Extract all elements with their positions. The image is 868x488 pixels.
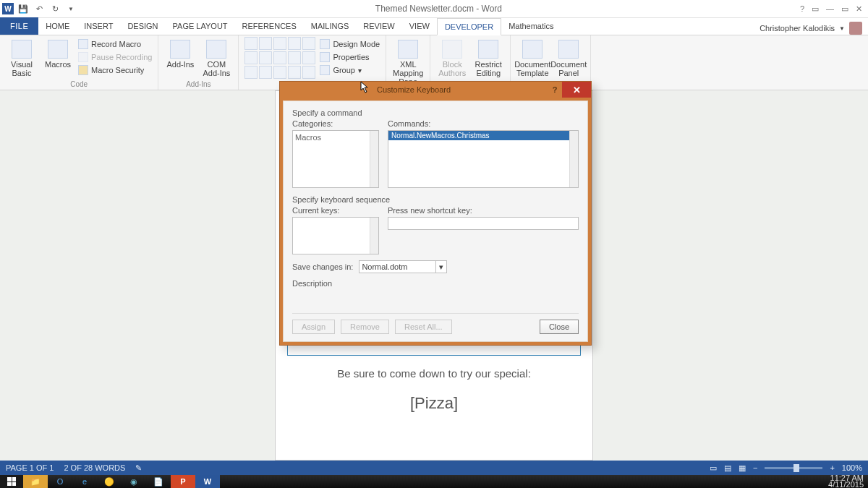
zoom-slider[interactable]: [765, 467, 822, 469]
reset-all-button: Reset All...: [395, 320, 452, 334]
close-icon[interactable]: ✕: [856, 4, 862, 14]
current-keys-label: Current keys:: [292, 206, 379, 215]
macros-button[interactable]: Macros: [42, 37, 74, 77]
close-button[interactable]: Close: [540, 320, 579, 334]
tab-developer[interactable]: DEVELOPER: [437, 18, 501, 35]
word-count[interactable]: 2 OF 28 WORDS: [64, 463, 125, 472]
zoom-in-icon[interactable]: +: [830, 463, 834, 472]
view-web-icon[interactable]: ▦: [739, 463, 746, 473]
scrollbar[interactable]: [370, 131, 378, 187]
task-ppt-icon[interactable]: P: [171, 475, 195, 488]
body-text-2[interactable]: [Pizza]: [276, 394, 592, 413]
task-chrome-icon[interactable]: 🟡: [97, 475, 122, 488]
remove-button: Remove: [341, 320, 389, 334]
redo-icon[interactable]: ↻: [48, 2, 61, 15]
system-clock[interactable]: 11:27 AM 4/11/2015: [828, 475, 868, 488]
chevron-down-icon[interactable]: ▾: [435, 261, 446, 273]
save-changes-dropdown[interactable]: Normal.dotm ▾: [359, 260, 447, 273]
tab-review[interactable]: REVIEW: [356, 17, 401, 35]
tab-insert[interactable]: INSERT: [77, 17, 120, 35]
dialog-close-icon[interactable]: ✕: [562, 82, 591, 98]
design-mode-button[interactable]: Design Mode: [320, 38, 380, 50]
commands-listbox[interactable]: Normal.NewMacros.Christmas: [388, 130, 579, 188]
macro-security-button[interactable]: Macro Security: [78, 64, 152, 76]
save-changes-value: Normal.dotm: [362, 262, 407, 271]
xml-mapping-button[interactable]: XML Mapping Pane: [392, 37, 424, 86]
scrollbar[interactable]: [370, 218, 378, 254]
taskbar: 📁 O e 🟡 ◉ 📄 P W 11:27 AM 4/11/2015: [0, 475, 868, 488]
tab-mailings[interactable]: MAILINGS: [304, 17, 357, 35]
undo-icon[interactable]: ↶: [33, 2, 46, 15]
system-date: 4/11/2015: [828, 481, 864, 488]
task-ie-icon[interactable]: e: [72, 475, 97, 488]
dialog-help-icon[interactable]: ?: [548, 85, 562, 94]
tab-page-layout[interactable]: PAGE LAYOUT: [166, 17, 235, 35]
visual-basic-button[interactable]: Visual Basic: [6, 37, 38, 77]
zoom-level[interactable]: 100%: [842, 463, 862, 472]
shortcut-key-input[interactable]: [388, 217, 579, 230]
assign-button: Assign: [292, 320, 335, 334]
page-indicator[interactable]: PAGE 1 OF 1: [6, 463, 54, 472]
user-area[interactable]: Christopher Kalodikis ▼: [760, 22, 868, 35]
maximize-icon[interactable]: ▭: [841, 4, 848, 14]
window-title: Themed Newsletter.docm - Word: [77, 4, 800, 14]
task-notepad-icon[interactable]: 📄: [146, 475, 171, 488]
ribbon-options-icon[interactable]: ▭: [812, 4, 819, 14]
group-button[interactable]: Group ▾: [320, 64, 380, 76]
categories-listbox[interactable]: Macros: [292, 130, 379, 188]
document-panel-button[interactable]: Document Panel: [553, 37, 584, 77]
restrict-editing-button[interactable]: Restrict Editing: [472, 37, 504, 77]
group-label-addins: Add-Ins: [164, 80, 232, 90]
save-icon[interactable]: 💾: [17, 2, 30, 15]
start-button[interactable]: [0, 475, 23, 488]
tab-view[interactable]: VIEW: [402, 17, 437, 35]
command-selected[interactable]: Normal.NewMacros.Christmas: [388, 131, 578, 140]
description-label: Description: [292, 279, 579, 288]
block-authors-button: Block Authors: [436, 37, 468, 77]
addins-button[interactable]: Add-Ins: [164, 37, 196, 77]
proofing-icon[interactable]: ✎: [135, 463, 142, 473]
tab-references[interactable]: REFERENCES: [235, 17, 304, 35]
view-print-icon[interactable]: ▤: [724, 463, 731, 473]
task-explorer-icon[interactable]: 📁: [23, 475, 48, 488]
scrollbar[interactable]: [569, 131, 578, 187]
avatar[interactable]: [849, 22, 862, 35]
press-new-label: Press new shortcut key:: [388, 206, 579, 215]
document-template-button[interactable]: Document Template: [516, 37, 548, 77]
dialog-titlebar[interactable]: Customize Keyboard ? ✕: [280, 82, 591, 98]
dialog-title: Customize Keyboard: [280, 85, 548, 94]
dialog-body: Specify a command Categories: Macros Com…: [283, 100, 588, 342]
task-outlook-icon[interactable]: O: [48, 475, 72, 488]
current-keys-listbox[interactable]: [292, 217, 379, 254]
ribbon-group-code: Visual Basic Macros Record Macro Pause R…: [0, 35, 158, 90]
word-icon: W: [2, 3, 14, 14]
window-controls: ? ▭ — ▭ ✕: [800, 4, 868, 14]
categories-label: Categories:: [292, 119, 379, 128]
tab-home[interactable]: HOME: [38, 17, 77, 35]
ribbon-group-addins: Add-Ins COM Add-Ins Add-Ins: [158, 35, 239, 90]
record-macro-button[interactable]: Record Macro: [78, 38, 152, 50]
properties-button[interactable]: Properties: [320, 51, 380, 63]
commands-label: Commands:: [388, 119, 579, 128]
user-dropdown-icon[interactable]: ▼: [839, 25, 845, 32]
file-tab[interactable]: FILE: [0, 17, 38, 35]
ribbon-tabs: FILE HOME INSERT DESIGN PAGE LAYOUT REFE…: [0, 18, 868, 35]
customize-keyboard-dialog: Customize Keyboard ? ✕ Specify a command…: [279, 81, 592, 346]
task-camtasia-icon[interactable]: ◉: [122, 475, 146, 488]
com-addins-button[interactable]: COM Add-Ins: [200, 37, 232, 77]
qat-dropdown-icon[interactable]: ▼: [64, 2, 77, 15]
categories-value: Macros: [295, 133, 321, 142]
controls-gallery[interactable]: [244, 37, 315, 79]
view-read-icon[interactable]: ▭: [710, 463, 717, 473]
body-text-1[interactable]: Be sure to come down to try our special:: [276, 367, 592, 380]
task-word-icon[interactable]: W: [195, 475, 220, 488]
pause-recording-button[interactable]: Pause Recording: [78, 51, 152, 63]
zoom-out-icon[interactable]: −: [753, 463, 757, 472]
help-icon[interactable]: ?: [800, 4, 804, 14]
tab-mathematics[interactable]: Mathematics: [501, 17, 561, 35]
titlebar: W 💾 ↶ ↻ ▼ Themed Newsletter.docm - Word …: [0, 0, 868, 18]
specify-command-label: Specify a command: [292, 108, 579, 117]
tab-design[interactable]: DESIGN: [120, 17, 165, 35]
minimize-icon[interactable]: —: [826, 4, 834, 14]
quick-access-toolbar: W 💾 ↶ ↻ ▼: [0, 2, 77, 15]
